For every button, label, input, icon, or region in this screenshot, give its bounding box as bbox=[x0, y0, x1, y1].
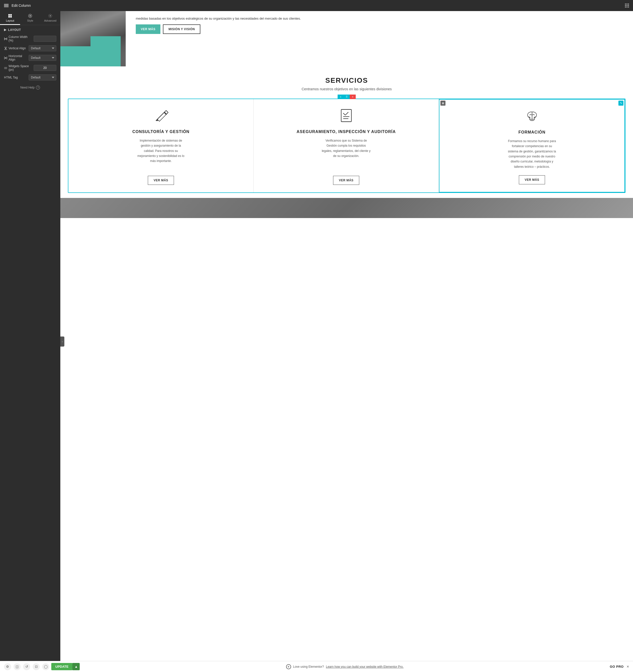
consultoria-btn[interactable]: VER MÁS bbox=[148, 176, 174, 185]
svg-marker-7 bbox=[4, 29, 6, 31]
field-widgets-space: Widgets Space (px) bbox=[4, 64, 56, 71]
services-title: SERVICIOS bbox=[65, 76, 628, 85]
promo-link[interactable]: Learn how you can build your website wit… bbox=[326, 665, 404, 669]
svg-rect-14 bbox=[4, 56, 5, 59]
style-tab-icon bbox=[28, 14, 32, 18]
bottom-bar: ⚙ ◫ ↺ ⊡ ◯ UPDATE ▲ e Love using Elemento… bbox=[0, 661, 633, 672]
hamburger-icon[interactable] bbox=[4, 4, 8, 7]
svg-rect-17 bbox=[4, 67, 7, 68]
service-col-aseguramiento: ASEGURAMIENTO, INSPECCIÓN Y AUDITORÍA Ve… bbox=[254, 99, 439, 192]
teal-rect-decoration bbox=[60, 46, 96, 66]
tab-style-label: Style bbox=[27, 19, 33, 22]
tab-advanced-label: Advanced bbox=[44, 19, 56, 22]
sidebar-tabs: Layout Style Advanced bbox=[0, 11, 60, 25]
column-width-icon bbox=[4, 37, 7, 41]
canvas: medidas basadas en los objetivos estraté… bbox=[60, 11, 633, 661]
grid-icon[interactable] bbox=[625, 3, 629, 7]
tab-style[interactable]: Style bbox=[20, 11, 40, 25]
col-edit-icon[interactable]: ✎ bbox=[618, 101, 624, 105]
update-arrow-button[interactable]: ▲ bbox=[72, 663, 80, 670]
services-container: + ⠿ × bbox=[68, 99, 626, 193]
need-help-label: Need Help bbox=[20, 86, 35, 89]
go-pro-button[interactable]: GO PRO bbox=[610, 665, 624, 669]
tab-layout-label: Layout bbox=[6, 19, 14, 22]
horizontal-align-icon bbox=[4, 56, 7, 59]
col-handle-icon[interactable]: ▦ bbox=[440, 101, 445, 105]
svg-rect-10 bbox=[7, 37, 7, 40]
section-label: Layout bbox=[8, 28, 21, 32]
layers-icon[interactable]: ◫ bbox=[14, 663, 21, 670]
svg-rect-13 bbox=[4, 49, 7, 50]
ver-mas-button[interactable]: VER MÁS bbox=[136, 24, 161, 34]
tab-advanced[interactable]: Advanced bbox=[40, 11, 60, 25]
svg-line-21 bbox=[166, 111, 168, 113]
field-column-width: Column Width (%) bbox=[4, 35, 56, 42]
formacion-icon bbox=[523, 107, 541, 125]
horizontal-align-select[interactable]: Default Left Center Right bbox=[29, 55, 56, 61]
consultoria-desc: Implementación de sistemas de gestión y … bbox=[136, 138, 186, 164]
intro-paragraph: medidas basadas en los objetivos estraté… bbox=[136, 16, 626, 21]
formacion-btn[interactable]: VER MÁS bbox=[519, 175, 545, 184]
vertical-align-select[interactable]: Default Top Middle Bottom bbox=[29, 45, 56, 51]
svg-line-29 bbox=[343, 113, 345, 115]
svg-rect-0 bbox=[8, 14, 10, 16]
section-header: Layout bbox=[4, 28, 56, 32]
history-icon[interactable]: ↺ bbox=[23, 663, 30, 670]
svg-rect-12 bbox=[5, 48, 6, 49]
layout-tab-icon bbox=[8, 14, 12, 18]
field-horizontal-align: Horizontal Align Default Left Center Rig… bbox=[4, 54, 56, 62]
html-tag-label: HTML Tag bbox=[4, 76, 27, 79]
svg-rect-28 bbox=[341, 110, 351, 122]
update-group: UPDATE ▲ bbox=[51, 663, 80, 670]
top-bar: Edit Column bbox=[0, 0, 633, 11]
aseguramiento-name: ASEGURAMIENTO, INSPECCIÓN Y AUDITORÍA bbox=[297, 129, 396, 135]
update-button[interactable]: UPDATE bbox=[51, 663, 72, 670]
bottom-bar-left: ⚙ ◫ ↺ ⊡ ◯ UPDATE ▲ bbox=[4, 663, 80, 670]
canvas-top-section: medidas basadas en los objetivos estraté… bbox=[60, 11, 633, 66]
sidebar-handle[interactable]: ‹ bbox=[60, 336, 64, 346]
tab-layout[interactable]: Layout bbox=[0, 11, 20, 25]
service-col-consultoria: CONSULTORÍA Y GESTIÓN Implementación de … bbox=[68, 99, 254, 192]
canvas-image-column bbox=[60, 11, 126, 66]
consultoria-icon bbox=[152, 106, 170, 124]
close-bottom-bar-button[interactable]: × bbox=[627, 665, 629, 669]
svg-rect-1 bbox=[10, 14, 12, 16]
column-width-input[interactable] bbox=[34, 36, 56, 42]
svg-rect-9 bbox=[4, 37, 5, 40]
preview-icon[interactable]: ◯ bbox=[42, 663, 49, 670]
move-column-button[interactable]: ⠿ bbox=[344, 95, 350, 99]
mision-vision-button[interactable]: MISIÓN Y VISIÓN bbox=[163, 24, 200, 34]
advanced-tab-icon bbox=[48, 14, 52, 18]
responsive-icon[interactable]: ⊡ bbox=[33, 663, 40, 670]
add-column-button[interactable]: + bbox=[338, 95, 344, 99]
svg-rect-16 bbox=[7, 56, 7, 59]
aseguramiento-icon bbox=[337, 106, 355, 124]
canvas-text-column: medidas basadas en los objetivos estraté… bbox=[126, 11, 633, 66]
settings-icon[interactable]: ⚙ bbox=[4, 663, 11, 670]
topbar-title: Edit Column bbox=[11, 3, 31, 7]
consultoria-name: CONSULTORÍA Y GESTIÓN bbox=[132, 129, 189, 135]
image-placeholder bbox=[60, 11, 126, 66]
close-column-button[interactable]: × bbox=[350, 95, 356, 99]
svg-rect-8 bbox=[4, 38, 7, 39]
canvas-bottom-image bbox=[60, 198, 633, 218]
horizontal-align-label: Horizontal Align bbox=[4, 54, 27, 62]
formacion-name: FORMACIÓN bbox=[518, 130, 545, 135]
column-toolbar: + ⠿ × bbox=[338, 95, 356, 99]
elementor-promo-icon: e bbox=[286, 664, 291, 669]
need-help[interactable]: Need Help ? bbox=[4, 86, 56, 90]
svg-rect-11 bbox=[4, 47, 7, 47]
widgets-space-icon bbox=[4, 66, 7, 70]
formacion-desc: Formamos su recurso humano para fortalec… bbox=[507, 139, 557, 169]
widgets-space-input[interactable] bbox=[34, 65, 56, 71]
service-col-formacion: ▦ ✎ bbox=[439, 99, 625, 192]
aseguramiento-btn[interactable]: VER MÁS bbox=[333, 176, 359, 185]
bottom-bar-icons: ⚙ ◫ ↺ ⊡ ◯ bbox=[4, 663, 49, 670]
svg-point-5 bbox=[29, 15, 31, 17]
aseguramiento-desc: Verificamos que su Sistema de Gestión cu… bbox=[321, 138, 371, 159]
bottom-promo: e Love using Elementor? Learn how you ca… bbox=[286, 664, 404, 669]
svg-rect-3 bbox=[10, 16, 12, 18]
field-html-tag: HTML Tag Default div section article bbox=[4, 74, 56, 80]
vertical-align-label: Vertical Align bbox=[4, 47, 27, 50]
html-tag-select[interactable]: Default div section article bbox=[29, 74, 56, 80]
